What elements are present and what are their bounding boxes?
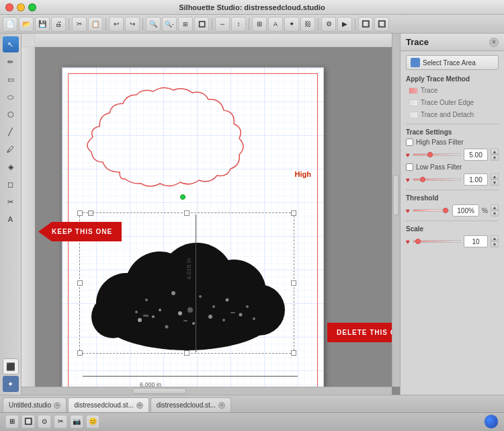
high-pass-input[interactable] — [464, 149, 488, 161]
rect-tool[interactable]: ▭ — [3, 71, 19, 87]
line-tool[interactable]: ╱ — [3, 124, 19, 140]
tab-close-distressed1[interactable]: × — [136, 402, 143, 409]
open-btn[interactable]: 📂 — [19, 17, 34, 32]
low-pass-down[interactable]: ▼ — [491, 180, 499, 186]
align-btn[interactable]: ⊞ — [252, 17, 267, 32]
measure-arrow-h — [83, 376, 298, 377]
undo-btn[interactable]: ↩ — [109, 17, 124, 32]
trace-tool[interactable]: ✦ — [3, 376, 19, 392]
send-btn[interactable]: ▶ — [337, 17, 352, 32]
low-pass-input[interactable] — [464, 173, 488, 186]
svg-point-7 — [138, 318, 142, 322]
green-dot — [180, 194, 185, 200]
scale-up[interactable]: ▲ — [491, 235, 499, 241]
zoom-sel-btn[interactable]: 🔲 — [194, 17, 209, 32]
vertical-scrollbar[interactable] — [392, 34, 400, 387]
flip-v-btn[interactable]: ↕ — [231, 17, 246, 32]
pen-tool[interactable]: 🖊 — [3, 141, 19, 157]
status-icon-layers[interactable]: 🔲 — [22, 415, 35, 428]
select-trace-area-button[interactable]: Select Trace Area — [406, 55, 499, 70]
scrollbar-thumb-v[interactable] — [393, 175, 399, 215]
svg-rect-26 — [183, 320, 187, 321]
cut-btn[interactable]: ✂ — [72, 17, 87, 32]
tab-distressed2[interactable]: distressedcloud.st... × — [151, 397, 231, 412]
threshold-up[interactable]: ▲ — [491, 204, 499, 210]
new-btn[interactable]: 📄 — [3, 17, 17, 32]
scale-down[interactable]: ▼ — [491, 241, 499, 247]
text-btn[interactable]: A — [268, 17, 283, 32]
tab-close-distressed2[interactable]: × — [218, 402, 225, 409]
maximize-button[interactable] — [28, 3, 36, 11]
status-bar: ⊞ 🔲 ⊙ ✂ 📷 😊 — [0, 412, 504, 430]
trace-method-outer[interactable]: Trace Outer Edge — [406, 97, 499, 108]
redo-btn[interactable]: ↪ — [125, 17, 140, 32]
high-pass-spinner: ▲ ▼ — [491, 149, 499, 161]
zoom-fit-btn[interactable]: ⊞ — [178, 17, 193, 32]
right-panel: Trace × Select Trace Area Apply Trace Me… — [400, 34, 504, 395]
knife-tool[interactable]: ✂ — [3, 194, 19, 210]
horizontal-scrollbar[interactable] — [22, 387, 392, 395]
low-pass-slider[interactable] — [413, 178, 461, 181]
group-btn[interactable]: ⛓ — [300, 17, 315, 32]
flip-h-btn[interactable]: ↔ — [215, 17, 230, 32]
text-tool[interactable]: A — [3, 211, 19, 227]
trace-outer-label: Trace Outer Edge — [421, 99, 474, 106]
high-pass-checkbox[interactable] — [406, 139, 413, 146]
node-tool[interactable]: ◈ — [3, 159, 19, 175]
status-icon-smile[interactable]: 😊 — [86, 415, 99, 428]
copy-btn[interactable]: 📋 — [88, 17, 103, 32]
sep2 — [106, 18, 106, 30]
trace-outer-icon — [409, 100, 418, 106]
high-pass-slider[interactable] — [413, 153, 461, 156]
svg-point-15 — [253, 317, 255, 320]
polygon-tool[interactable]: ⬡ — [3, 106, 19, 122]
scale-input[interactable] — [464, 235, 488, 247]
svg-point-21 — [135, 311, 138, 313]
media-tool[interactable]: ⬛ — [3, 358, 19, 375]
svg-rect-27 — [230, 312, 235, 313]
apply-trace-method-label: Apply Trace Method — [406, 75, 499, 83]
save-btn[interactable]: 💾 — [35, 17, 50, 32]
status-icon-cut[interactable]: ✂ — [54, 415, 67, 428]
tab-untitled[interactable]: Untitled.studio × — [3, 397, 67, 412]
trace-panel-close[interactable]: × — [489, 38, 499, 47]
threshold-down[interactable]: ▼ — [491, 210, 499, 217]
threshold-slider[interactable] — [413, 209, 450, 212]
high-pass-down[interactable]: ▼ — [491, 155, 499, 161]
svg-point-24 — [212, 305, 215, 308]
panel1-btn[interactable]: 🔲 — [358, 17, 373, 32]
trace-method-detach[interactable]: Trace and Detach — [406, 110, 499, 120]
cloud-outline-svg — [86, 85, 267, 192]
tab-close-untitled[interactable]: × — [54, 402, 60, 409]
bezier-btn[interactable]: ✦ — [284, 17, 299, 32]
heart-icon-low: ♥ — [406, 176, 410, 184]
scrollbar-thumb-h[interactable] — [132, 388, 186, 394]
scale-row: ♥ ▲ ▼ — [406, 235, 499, 247]
high-pass-up[interactable]: ▲ — [491, 149, 499, 155]
low-pass-up[interactable]: ▲ — [491, 173, 499, 180]
status-globe[interactable] — [484, 414, 499, 429]
low-pass-checkbox[interactable] — [406, 163, 413, 171]
eraser-tool[interactable]: ◻ — [3, 176, 19, 192]
low-pass-slider-row: ♥ ▲ ▼ — [406, 173, 499, 186]
threshold-input[interactable] — [452, 204, 479, 217]
draw-tool[interactable]: ✏ — [3, 54, 19, 70]
minimize-button[interactable] — [17, 3, 25, 11]
panel2-btn[interactable]: 🔲 — [374, 17, 389, 32]
select-tool[interactable]: ↖ — [3, 36, 19, 52]
status-icon-grid[interactable]: ⊞ — [5, 415, 19, 428]
width-measure: 6.000 in — [140, 381, 161, 387]
trace-method-trace[interactable]: Trace — [406, 85, 499, 95]
print-btn[interactable]: 🖨 — [51, 17, 66, 32]
scale-slider[interactable] — [413, 240, 461, 243]
tab-distressed1[interactable]: distressedcloud.st... × — [68, 397, 149, 412]
settings-section: High Pass Filter ♥ ▲ ▼ — [406, 139, 499, 247]
close-button[interactable] — [5, 3, 13, 11]
cut-settings-btn[interactable]: ⚙ — [321, 17, 336, 32]
status-icon-circle[interactable]: ⊙ — [38, 415, 51, 428]
zoom-in-btn[interactable]: 🔍 — [146, 17, 161, 32]
pct-icon: % — [482, 207, 488, 214]
ellipse-tool[interactable]: ⬭ — [3, 89, 19, 105]
zoom-out-btn[interactable]: 🔍- — [162, 17, 177, 32]
status-icon-camera[interactable]: 📷 — [70, 415, 83, 428]
